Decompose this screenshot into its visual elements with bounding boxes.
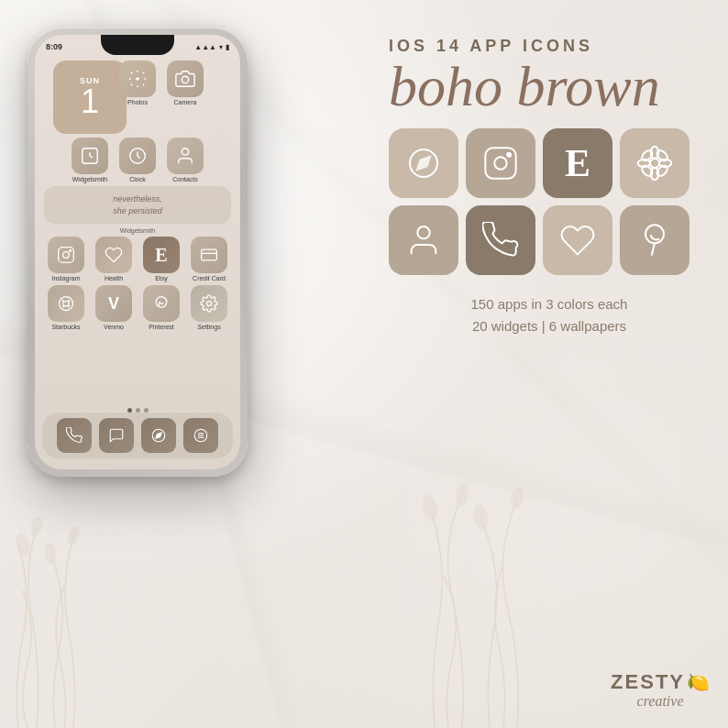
description-container: 150 apps in 3 colors each 20 widgets | 6… bbox=[389, 293, 710, 337]
dock-safari-svg bbox=[150, 427, 167, 444]
app-calendar[interactable]: SUN 1 bbox=[68, 61, 112, 134]
app-row-1: SUN 1 Photos bbox=[40, 61, 235, 134]
contacts-icon-bg bbox=[167, 138, 204, 174]
app-venmo[interactable]: V Venmo bbox=[92, 285, 136, 330]
health-svg bbox=[105, 246, 123, 264]
svg-rect-18 bbox=[202, 249, 217, 260]
svg-line-42 bbox=[652, 243, 655, 255]
right-content: IOS 14 APP ICONS boho brown E bbox=[389, 37, 710, 337]
showcase-safari bbox=[389, 128, 458, 198]
svg-point-1 bbox=[30, 516, 42, 535]
svg-point-2 bbox=[44, 544, 57, 565]
showcase-etsy-letter: E bbox=[565, 144, 590, 182]
pinterest-icon-bg bbox=[143, 285, 180, 322]
etsy-letter: E bbox=[155, 245, 167, 266]
app-camera[interactable]: Camera bbox=[163, 61, 207, 134]
camera-label: Camera bbox=[174, 99, 197, 105]
settings-svg bbox=[200, 294, 218, 313]
app-row-3: Instagram Health E bbox=[40, 237, 235, 281]
svg-point-30 bbox=[507, 153, 511, 157]
showcase-etsy: E bbox=[543, 128, 612, 198]
icon-showcase-grid: E bbox=[389, 128, 710, 275]
svg-point-0 bbox=[15, 533, 31, 557]
svg-point-20 bbox=[60, 297, 73, 311]
app-health[interactable]: Health bbox=[92, 237, 136, 281]
phone-frame: 8:09 ▲▲▲ ▾ ▮ SUN 1 bbox=[28, 28, 248, 477]
app-row-4: Starbucks V Venmo bbox=[40, 285, 235, 330]
credit-icon-bg bbox=[191, 237, 227, 273]
app-pinterest[interactable]: Pinterest bbox=[139, 285, 183, 330]
svg-point-5 bbox=[455, 482, 469, 505]
app-starbucks[interactable]: Starbucks bbox=[44, 285, 88, 330]
showcase-flower-svg bbox=[636, 145, 673, 182]
widgetsmith-sub-label: Widgetsmith bbox=[40, 227, 235, 234]
signal-icon: ▲▲▲ bbox=[194, 43, 216, 51]
phone-notch bbox=[101, 35, 174, 55]
instagram-icon-bg bbox=[48, 237, 84, 273]
screen-content: SUN 1 Photos bbox=[35, 55, 240, 469]
photos-svg bbox=[127, 69, 148, 89]
app-settings[interactable]: Settings bbox=[187, 285, 231, 330]
lemon-icon: 🍋 bbox=[687, 671, 710, 693]
etsy-label: Etsy bbox=[155, 275, 168, 281]
showcase-safari-svg bbox=[405, 145, 442, 182]
showcase-instagram-svg bbox=[482, 145, 519, 182]
app-credit[interactable]: Credit Card bbox=[187, 237, 231, 281]
app-instagram[interactable]: Instagram bbox=[44, 237, 88, 281]
svg-point-7 bbox=[509, 488, 524, 510]
dock-spotify-svg bbox=[193, 427, 209, 444]
widgetsmith-icon-bg bbox=[72, 138, 108, 174]
app-row-2: Widgetsmith Clock bbox=[40, 138, 235, 182]
widgetsmith-label: Widgetsmith bbox=[72, 176, 108, 182]
svg-rect-28 bbox=[485, 148, 515, 178]
venmo-icon-bg: V bbox=[95, 285, 132, 322]
svg-point-4 bbox=[422, 494, 439, 522]
svg-point-16 bbox=[63, 252, 70, 259]
grass-decoration-right bbox=[407, 407, 545, 728]
dock-phone[interactable] bbox=[57, 418, 92, 453]
description-line2: 20 widgets | 6 wallpapers bbox=[389, 315, 710, 337]
credit-svg bbox=[200, 246, 218, 264]
showcase-phone bbox=[466, 205, 535, 275]
starbucks-svg bbox=[57, 294, 75, 313]
svg-point-3 bbox=[66, 525, 81, 546]
app-widgetsmith[interactable]: Widgetsmith bbox=[68, 138, 112, 182]
svg-marker-24 bbox=[156, 433, 161, 438]
battery-icon: ▮ bbox=[226, 43, 229, 51]
instagram-label: Instagram bbox=[51, 275, 80, 281]
showcase-flower bbox=[620, 128, 689, 198]
app-clock[interactable]: Clock bbox=[116, 138, 160, 182]
svg-point-29 bbox=[494, 157, 506, 169]
contacts-label: Contacts bbox=[172, 176, 198, 182]
settings-icon-bg bbox=[191, 285, 227, 322]
description-line1: 150 apps in 3 colors each bbox=[389, 293, 710, 315]
app-contacts[interactable]: Contacts bbox=[163, 138, 207, 182]
showcase-contacts-svg bbox=[405, 222, 442, 259]
wifi-icon: ▾ bbox=[219, 43, 223, 51]
contacts-svg bbox=[175, 146, 195, 166]
widget-text: nevertheless,she persisted bbox=[55, 193, 220, 216]
dock-spotify[interactable] bbox=[183, 418, 218, 453]
ios-label: IOS 14 APP ICONS bbox=[389, 37, 710, 56]
svg-marker-27 bbox=[417, 157, 430, 170]
app-photos[interactable]: Photos bbox=[116, 61, 160, 134]
text-widget: nevertheless,she persisted bbox=[44, 186, 231, 224]
credit-label: Credit Card bbox=[193, 275, 226, 281]
settings-label: Settings bbox=[197, 324, 220, 330]
zesty-row: ZESTY 🍋 bbox=[611, 671, 710, 693]
app-etsy[interactable]: E Etsy bbox=[139, 237, 183, 281]
svg-point-8 bbox=[136, 77, 139, 81]
svg-point-6 bbox=[472, 504, 488, 530]
showcase-health bbox=[543, 205, 612, 275]
dock-safari[interactable] bbox=[141, 418, 176, 453]
photos-icon-bg bbox=[119, 61, 156, 97]
health-icon-bg bbox=[95, 237, 132, 273]
camera-svg bbox=[175, 69, 195, 89]
svg-point-17 bbox=[70, 250, 72, 252]
photos-label: Photos bbox=[127, 99, 148, 105]
phone-dock bbox=[42, 413, 233, 458]
zesty-logo: ZESTY 🍋 creative bbox=[611, 671, 710, 710]
svg-point-14 bbox=[182, 149, 188, 155]
etsy-icon-bg: E bbox=[143, 237, 180, 273]
dock-messages[interactable] bbox=[99, 418, 134, 453]
